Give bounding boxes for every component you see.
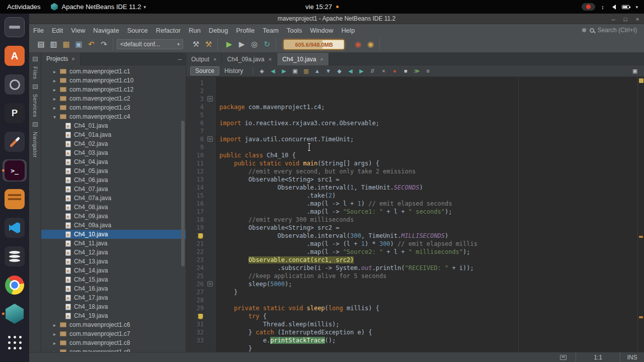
menu-view[interactable]: View xyxy=(67,27,89,34)
code-line[interactable]: .map(l -> "Source1: " + l + " seconds"); xyxy=(219,208,644,216)
code-line[interactable] xyxy=(219,127,644,135)
prev-bookmark-icon[interactable]: ▲ xyxy=(312,66,322,75)
next-occurrence-icon[interactable]: ▶ xyxy=(356,66,366,75)
inline-rename-icon[interactable]: ≡ xyxy=(423,66,433,75)
dock-vscode[interactable] xyxy=(3,217,27,239)
tree-file-ch4-06-java[interactable]: Ch4_06.java xyxy=(41,175,186,185)
code-line[interactable]: //keep application alive for 5 seconds xyxy=(219,272,644,280)
notifications-icon[interactable] xyxy=(560,355,567,360)
undo-icon[interactable]: ↶ xyxy=(85,38,98,50)
expander-icon[interactable]: ▸ xyxy=(53,96,60,102)
activities-button[interactable]: Actividades xyxy=(0,3,47,11)
dock-ubuntu-software[interactable] xyxy=(3,45,27,67)
redo-icon[interactable]: ↷ xyxy=(98,38,110,50)
heap-dump-icon[interactable]: ◉ xyxy=(364,38,377,50)
tree-package-com-mavenproject1-c12[interactable]: ▸com.mavenproject1.c12 xyxy=(41,85,186,94)
expander-icon[interactable]: ▸ xyxy=(53,331,60,337)
tree-file-ch4-03-java[interactable]: Ch4_03.java xyxy=(41,148,186,157)
back-icon[interactable]: ◀ xyxy=(268,66,278,75)
memory-indicator[interactable]: 605.6/948.0MB xyxy=(284,40,344,49)
fold-icon[interactable]: − xyxy=(207,136,213,142)
code-line[interactable] xyxy=(219,111,644,119)
expander-icon[interactable]: ▸ xyxy=(53,322,60,328)
dock-terminal[interactable] xyxy=(3,159,27,182)
tree-package-com-mavenproject1-c8[interactable]: ▸com.mavenproject1.c8 xyxy=(41,338,186,347)
network-icon[interactable]: ↕ xyxy=(601,4,604,10)
expander-icon[interactable]: ▾ xyxy=(53,114,60,120)
code-line[interactable]: Observable.interval(300, TimeUnit.MILLIS… xyxy=(219,232,644,240)
tree-package-com-mavenproject1-c6[interactable]: ▸com.mavenproject1.c6 xyxy=(41,320,186,329)
code-line[interactable]: e.printStackTrace(); xyxy=(219,336,644,344)
title-bar[interactable]: mavenproject1 - Apache NetBeans IDE 11.2… xyxy=(29,14,644,24)
volume-icon[interactable] xyxy=(610,5,616,10)
tree-file-ch4-05-java[interactable]: Ch4_05.java xyxy=(41,166,186,175)
battery-icon[interactable] xyxy=(622,5,629,9)
run-project-icon[interactable]: ▶ xyxy=(223,38,235,50)
code-line[interactable]: //emit every second, but only take 2 emi… xyxy=(219,167,644,175)
side-tab-files[interactable]: Files xyxy=(32,66,38,79)
tree-file-ch4-11-java[interactable]: Ch4_11.java xyxy=(41,239,186,248)
stripe-warning-line-30[interactable] xyxy=(639,316,643,318)
code-line[interactable]: private static void sleep(long millis) { xyxy=(219,304,644,312)
expander-icon[interactable]: ▸ xyxy=(53,105,60,111)
build-project-icon[interactable]: ⚒ xyxy=(190,38,202,50)
clock-button[interactable]: vie 15:27 xyxy=(305,3,339,11)
menu-edit[interactable]: Edit xyxy=(48,27,67,34)
hint-bulb-icon[interactable] xyxy=(198,233,203,238)
menu-tools[interactable]: Tools xyxy=(283,27,306,34)
tree-file-ch4-07-java[interactable]: Ch4_07.java xyxy=(41,185,186,194)
tree-file-ch4-12-java[interactable]: Ch4_12.java xyxy=(41,248,186,257)
code-line[interactable]: } catch (InterruptedException e) { xyxy=(219,328,644,336)
debug-project-icon[interactable]: ▶ xyxy=(235,38,248,50)
side-tab-services[interactable]: Services xyxy=(32,94,38,117)
hint-bulb-icon[interactable] xyxy=(198,314,203,319)
dock-disks[interactable] xyxy=(3,245,27,267)
tree-package-com-mavenproject1-c4[interactable]: ▾com.mavenproject1.c4 xyxy=(41,112,186,121)
tree-file-ch4-14-java[interactable]: Ch4_14.java xyxy=(41,266,186,275)
tree-package-com-mavenproject1-c3[interactable]: ▸com.mavenproject1.c3 xyxy=(41,103,186,112)
tree-file-ch4-08-java[interactable]: Ch4_08.java xyxy=(41,203,186,212)
prev-occurrence-icon[interactable]: ◀ xyxy=(345,66,355,75)
code-line[interactable]: Observable<String> src2 = xyxy=(219,224,644,232)
tree-file-ch4-18-java[interactable]: Ch4_18.java xyxy=(41,302,186,311)
code-line[interactable]: //emit every 300 milliseconds xyxy=(219,216,644,224)
code-line[interactable] xyxy=(219,296,644,304)
stripe-status-icon[interactable] xyxy=(639,78,643,83)
rerun-icon[interactable]: ↻ xyxy=(261,38,273,50)
profile-project-icon[interactable]: ◎ xyxy=(248,38,261,50)
save-all-icon[interactable]: ▣ xyxy=(72,38,85,50)
code-line[interactable]: Observable.concat(src1, src2) xyxy=(219,256,644,264)
menu-help[interactable]: Help xyxy=(337,27,359,34)
tree-file-ch4-02-java[interactable]: Ch4_02.java xyxy=(41,139,186,148)
menu-window[interactable]: Window xyxy=(306,27,337,34)
tree-file-ch4-07a-java[interactable]: Ch4_07a.java xyxy=(41,194,186,203)
code-line[interactable]: .map(l -> "Source2: " + l + " millisecon… xyxy=(219,248,644,256)
panel-minimize-icon[interactable]: – xyxy=(178,55,182,63)
fold-icon[interactable]: − xyxy=(207,96,213,102)
history-view-button[interactable]: History xyxy=(224,67,243,74)
tree-file-ch4-16-java[interactable]: Ch4_16.java xyxy=(41,284,186,293)
config-dropdown[interactable]: <default conf...▾ xyxy=(117,39,183,49)
tree-file-ch4-04-java[interactable]: Ch4_04.java xyxy=(41,157,186,166)
source-view-button[interactable]: Source xyxy=(190,66,219,75)
tab-ch4-09a-java[interactable]: Ch4_09a.java× xyxy=(222,53,277,65)
code-line[interactable]: .take(2) xyxy=(219,192,644,200)
code-line[interactable]: .map(l -> l + 1) // emit elapsed seconds xyxy=(219,200,644,208)
expander-icon[interactable]: ▸ xyxy=(53,349,60,352)
menu-run[interactable]: Run xyxy=(185,27,205,34)
close-button[interactable]: × xyxy=(634,16,641,22)
expander-icon[interactable]: ▸ xyxy=(53,69,60,74)
menu-navigate[interactable]: Navigate xyxy=(89,27,123,34)
menu-source[interactable]: Source xyxy=(123,27,152,34)
fold-icon[interactable]: − xyxy=(207,281,213,287)
menu-refactor[interactable]: Refactor xyxy=(152,27,185,34)
code-line[interactable]: Thread.sleep(millis); xyxy=(219,320,644,328)
highlight-occurrences-icon[interactable]: ▥ xyxy=(301,66,311,75)
quick-search[interactable]: Search (Ctrl+I) xyxy=(582,27,644,34)
expander-icon[interactable]: ▸ xyxy=(53,78,60,83)
tab-output[interactable]: Output× xyxy=(186,53,222,65)
screen-record-indicator[interactable] xyxy=(582,3,595,11)
tray-chevron-icon[interactable]: ▾ xyxy=(635,5,638,10)
tree-package-com-mavenproject1-c1[interactable]: ▸com.mavenproject1.c1 xyxy=(41,67,186,76)
menu-file[interactable]: File xyxy=(29,27,48,34)
